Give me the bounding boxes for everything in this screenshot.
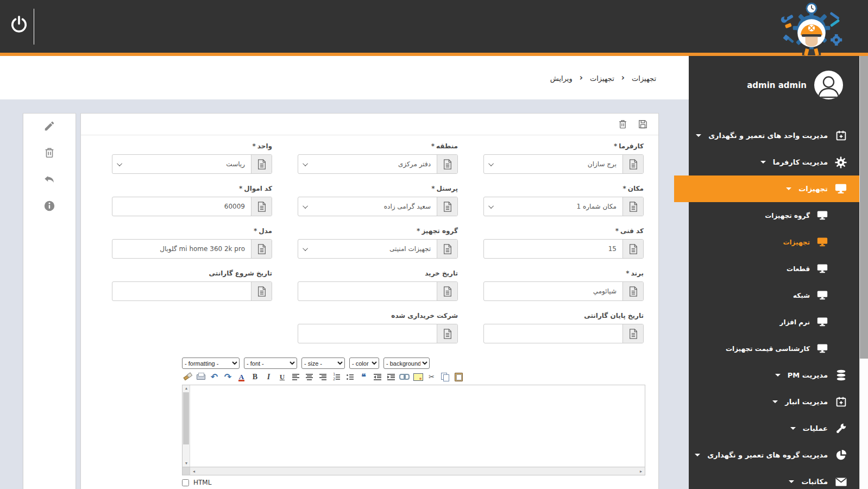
avatar[interactable] xyxy=(814,71,843,99)
sidebar-item-maintenance-groups[interactable]: مدیریت گروه های تعمیر و نگهداری xyxy=(689,442,859,468)
select-value-area[interactable]: مکان شماره 1 xyxy=(484,197,622,216)
background-select[interactable]: - background - xyxy=(383,358,430,369)
asset-code-input[interactable] xyxy=(112,197,251,216)
cut-icon[interactable]: ✂ xyxy=(426,372,437,382)
sidebar-item-employer-management[interactable]: مدیریت کارفرما xyxy=(689,149,859,175)
sidebar-item-maintenance-units[interactable]: مدیریت واحد های تعمیر و نگهداری xyxy=(689,122,859,149)
personnel-select[interactable]: سعید گرامی زاده xyxy=(298,197,458,216)
italic-icon[interactable]: I xyxy=(263,372,274,382)
sidebar-item-pm-management[interactable]: مدیریت PM xyxy=(689,362,859,388)
required-mark: * xyxy=(623,185,626,192)
image-icon[interactable] xyxy=(413,372,423,382)
editor-vscroll-thumb[interactable] xyxy=(183,392,189,444)
sidebar-item-parts[interactable]: قطعات xyxy=(689,255,859,282)
document-icon xyxy=(437,324,457,343)
html-checkbox[interactable] xyxy=(182,479,189,486)
caret-down-icon xyxy=(786,187,791,190)
scroll-left-icon[interactable]: ◂ xyxy=(190,469,198,474)
save-record-button[interactable] xyxy=(638,119,649,130)
bold-icon[interactable]: B xyxy=(250,372,260,382)
info-button[interactable] xyxy=(42,199,56,213)
required-mark: * xyxy=(417,227,420,235)
sidebar-item-warehouse-management[interactable]: مدیریت انبار xyxy=(689,388,859,415)
sidebar-item-label: مدیریت کارفرما xyxy=(773,158,828,166)
ordered-list-icon[interactable] xyxy=(331,372,342,382)
editor-horizontal-scrollbar[interactable]: ◂ ▸ xyxy=(182,467,645,475)
editor-vertical-scrollbar[interactable]: ▴ ▾ xyxy=(183,385,190,467)
warranty-end-input[interactable] xyxy=(484,324,622,343)
unordered-list-icon[interactable] xyxy=(345,372,355,382)
region-select[interactable]: دفتر مرکزی xyxy=(298,154,458,174)
font-select[interactable]: - font - xyxy=(244,358,297,369)
scroll-down-icon[interactable]: ▾ xyxy=(183,460,190,467)
paste-icon[interactable] xyxy=(454,372,464,382)
sidebar-item-software[interactable]: نرم افزار xyxy=(689,309,859,335)
sidebar-item-equipment[interactable]: تجهیزات xyxy=(674,175,859,202)
link-icon[interactable] xyxy=(399,372,410,382)
monitor-icon xyxy=(816,343,828,355)
indent-icon[interactable] xyxy=(386,372,396,382)
clean-icon[interactable] xyxy=(182,372,192,382)
select-value-area[interactable]: برج سازان xyxy=(484,155,622,173)
sidebar-item-operations[interactable]: عملیات xyxy=(689,415,859,442)
purchase-date-input[interactable] xyxy=(298,282,437,300)
breadcrumb-item[interactable]: تجهیزات xyxy=(632,74,656,83)
model-group xyxy=(112,239,272,259)
power-icon[interactable] xyxy=(10,15,28,34)
sidebar-item-equipment-group[interactable]: گروه تجهیزات xyxy=(689,202,859,229)
select-value-area[interactable]: ریاست xyxy=(112,155,251,173)
model-input[interactable] xyxy=(112,240,251,258)
technical-code-input[interactable] xyxy=(484,240,622,258)
employer-select[interactable]: برج سازان xyxy=(483,154,644,174)
copy-icon[interactable] xyxy=(440,372,450,382)
unit-select[interactable]: ریاست xyxy=(112,154,272,174)
field-warranty-end: تاریخ پایان گارانتی xyxy=(483,312,644,343)
page-scrollbar[interactable] xyxy=(859,56,868,489)
location-select[interactable]: مکان شماره 1 xyxy=(483,197,644,216)
sidebar-item-equipment-price-appraisal[interactable]: کارشناسی قیمت تجهیزات xyxy=(689,335,859,362)
purchased-company-input[interactable] xyxy=(298,324,437,343)
form-toolbar xyxy=(81,114,658,135)
breadcrumb-item[interactable]: تجهیزات xyxy=(590,74,614,83)
delete-record-button[interactable] xyxy=(618,119,628,130)
field-label: تاریخ شروع گارانتی xyxy=(112,269,272,278)
redo-icon[interactable]: ↷ xyxy=(223,372,233,382)
user-name[interactable]: admin admin xyxy=(747,80,807,90)
undo-icon[interactable]: ↶ xyxy=(209,372,219,382)
print-icon[interactable] xyxy=(196,372,206,382)
sidebar-item-correspondence[interactable]: مکاتبات xyxy=(689,468,859,489)
outdent-icon[interactable] xyxy=(372,372,382,382)
equipment-form: کارفرما* برج سازان منطقه* دفتر مرکزی xyxy=(81,135,658,343)
sidebar-item-network[interactable]: شبکه xyxy=(689,282,859,309)
sidebar-item-equipment-sub[interactable]: تجهیزات xyxy=(689,229,859,255)
size-select[interactable]: - size - xyxy=(301,358,345,369)
monitor-icon xyxy=(834,183,847,195)
align-center-icon[interactable] xyxy=(304,372,315,382)
select-value: دفتر مرکزی xyxy=(398,160,431,168)
caret-down-icon xyxy=(789,480,794,483)
brand-input[interactable] xyxy=(484,282,622,300)
align-left-icon[interactable] xyxy=(291,372,301,382)
select-value-area[interactable]: تجهیزات امنیتی xyxy=(298,240,437,258)
formatting-select[interactable]: - formatting - xyxy=(182,358,240,369)
color-select[interactable]: - color - xyxy=(349,358,379,369)
warranty-start-input[interactable] xyxy=(112,282,251,300)
field-label: شرکت خریداری شده xyxy=(298,312,458,321)
font-color-icon[interactable]: A xyxy=(236,372,247,382)
editor-content[interactable] xyxy=(190,385,645,467)
underline-icon[interactable]: U xyxy=(277,372,287,382)
delete-button[interactable] xyxy=(42,146,56,160)
select-value-area[interactable]: سعید گرامی زاده xyxy=(298,197,437,216)
select-value-area[interactable]: دفتر مرکزی xyxy=(298,155,437,173)
scroll-right-icon[interactable]: ▸ xyxy=(637,469,645,474)
monitor-icon xyxy=(816,263,828,275)
field-technical-code: کد فنی* xyxy=(483,227,644,259)
return-button[interactable] xyxy=(42,172,56,186)
sidebar-item-label: گروه تجهیزات xyxy=(765,212,810,220)
scroll-up-icon[interactable]: ▴ xyxy=(183,385,190,392)
align-right-icon[interactable] xyxy=(318,372,328,382)
page-scrollbar-thumb[interactable] xyxy=(860,56,868,359)
edit-button[interactable] xyxy=(42,119,56,133)
blockquote-icon[interactable]: ❝ xyxy=(358,372,369,382)
equipment-group-select[interactable]: تجهیزات امنیتی xyxy=(298,239,458,259)
